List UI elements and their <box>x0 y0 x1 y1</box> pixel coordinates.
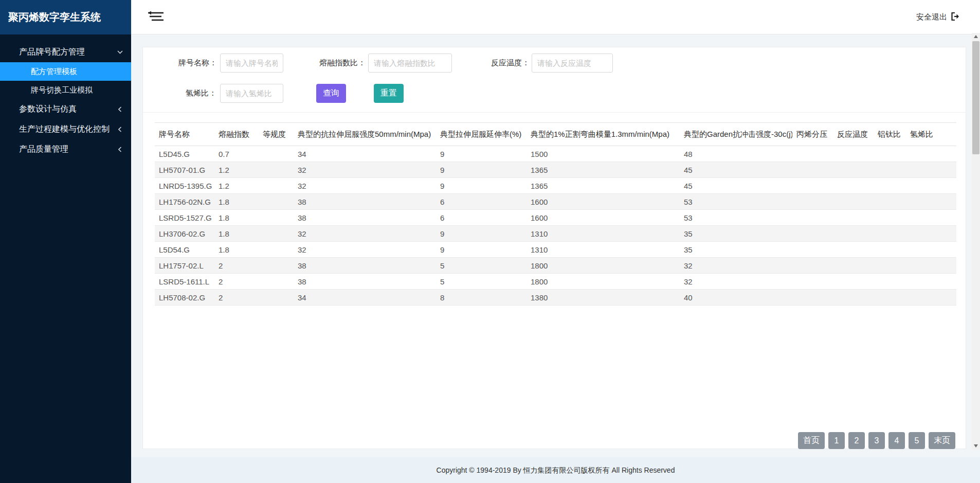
table-cell: 5 <box>436 258 527 274</box>
scroll-up-button[interactable] <box>972 33 980 40</box>
table-cell <box>792 226 833 242</box>
table-cell: 1.2 <box>214 162 259 178</box>
col-al-ti-ratio: 铝钛比 <box>874 123 906 146</box>
table-cell <box>259 290 294 306</box>
table-row[interactable]: LH1757-02.L 2 38 5 1800 32 <box>155 258 956 274</box>
table-cell: LH1757-02.L <box>155 258 214 274</box>
table-cell: 1500 <box>527 146 680 162</box>
table-cell: 45 <box>680 178 792 194</box>
field-grade-name: 牌号名称： <box>164 53 283 73</box>
table-cell: 38 <box>294 258 436 274</box>
table-cell: 45 <box>680 162 792 178</box>
table-row[interactable]: LH3706-02.G 1.8 32 9 1310 35 <box>155 226 956 242</box>
scroll-down-button[interactable] <box>972 442 980 450</box>
table-cell <box>906 162 956 178</box>
page-number-button[interactable]: 3 <box>868 432 885 449</box>
logout-button[interactable]: 安全退出 <box>916 12 959 22</box>
table-cell <box>874 210 906 226</box>
collapse-sidebar-button[interactable] <box>147 10 165 24</box>
page-number-button[interactable]: 1 <box>828 432 845 449</box>
col-garden-impact-strength: 典型的Garden抗冲击强度-30c(j) <box>680 123 792 146</box>
col-isotacticity: 等规度 <box>259 123 294 146</box>
reaction-temperature-input[interactable] <box>532 53 613 73</box>
table-cell: 6 <box>436 210 527 226</box>
table-cell <box>259 242 294 258</box>
table-cell <box>792 274 833 290</box>
main-content: 牌号名称： 熔融指数比： 反应温度： 氢烯比： 查询 重置 <box>131 34 980 457</box>
table-cell: 32 <box>294 226 436 242</box>
table-cell: 9 <box>436 242 527 258</box>
table-cell: 9 <box>436 178 527 194</box>
table-cell <box>259 146 294 162</box>
sidebar: 聚丙烯数字孪生系统 产品牌号配方管理 配方管理模板 牌号切换工业模拟 参数设计与… <box>0 0 131 483</box>
col-hydrogen-olefin-ratio: 氢烯比 <box>906 123 956 146</box>
query-button[interactable]: 查询 <box>316 84 346 103</box>
table-cell: 2 <box>214 290 259 306</box>
chevron-down-icon <box>117 49 123 56</box>
page-number-button[interactable]: 5 <box>909 432 925 449</box>
table-row[interactable]: LSRD5-1527.G 1.8 38 6 1600 53 <box>155 210 956 226</box>
table-cell: 1365 <box>527 162 680 178</box>
table-row[interactable]: LNRD5-1395.G 1.2 32 9 1365 45 <box>155 178 956 194</box>
hydrogen-olefin-ratio-input[interactable] <box>220 84 283 103</box>
sidebar-item-product-recipe-mgmt[interactable]: 产品牌号配方管理 <box>0 42 131 62</box>
col-reaction-temperature: 反应温度 <box>833 123 874 146</box>
search-form: 牌号名称： 熔融指数比： 反应温度： 氢烯比： 查询 重置 <box>143 47 966 113</box>
table-cell: 9 <box>436 162 527 178</box>
sidebar-item-label: 参数设计与仿真 <box>19 104 77 115</box>
table-cell: 32 <box>680 258 792 274</box>
sidebar-item-parameter-design[interactable]: 参数设计与仿真 <box>0 99 131 119</box>
topbar: 安全退出 <box>131 0 980 34</box>
table-cell <box>792 210 833 226</box>
sidebar-item-product-quality-mgmt[interactable]: 产品质量管理 <box>0 139 131 159</box>
melt-index-ratio-input[interactable] <box>368 53 452 73</box>
table-row[interactable]: LH1756-02N.G 1.8 38 6 1600 53 <box>155 194 956 210</box>
table-cell <box>792 258 833 274</box>
page-number-button[interactable]: 2 <box>848 432 865 449</box>
table-cell <box>874 194 906 210</box>
last-page-button[interactable]: 末页 <box>929 432 955 449</box>
page-number-button[interactable]: 4 <box>888 432 905 449</box>
grade-name-input[interactable] <box>220 53 283 73</box>
table-row[interactable]: L5D54.G 1.8 32 9 1310 35 <box>155 242 956 258</box>
table-cell <box>874 290 906 306</box>
table-cell: 38 <box>294 210 436 226</box>
sidebar-item-process-modeling-control[interactable]: 生产过程建模与优化控制 <box>0 119 131 139</box>
table-cell <box>906 194 956 210</box>
table-row[interactable]: LH5707-01.G 1.2 32 9 1365 45 <box>155 162 956 178</box>
scrollbar-thumb[interactable] <box>972 41 979 154</box>
table-cell <box>833 258 874 274</box>
table-cell: 1310 <box>527 242 680 258</box>
table-cell: 32 <box>294 162 436 178</box>
table-cell: 40 <box>680 290 792 306</box>
table-cell: 1800 <box>527 258 680 274</box>
footer: Copyright © 1994-2019 By 恒力集团有限公司版权所有 Al… <box>131 457 980 483</box>
table-cell: 32 <box>294 178 436 194</box>
table-cell: L5D45.G <box>155 146 214 162</box>
table-cell: 9 <box>436 146 527 162</box>
table-cell: LSRD5-1527.G <box>155 210 214 226</box>
hydrogen-olefin-ratio-label: 氢烯比： <box>164 88 216 98</box>
logout-icon <box>951 12 959 22</box>
table-cell <box>259 226 294 242</box>
chevron-left-icon <box>117 147 123 153</box>
reset-button[interactable]: 重置 <box>374 84 404 103</box>
table-row[interactable]: LSRD5-1611.L 2 38 5 1800 32 <box>155 274 956 290</box>
table-cell: 38 <box>294 194 436 210</box>
table-row[interactable]: LH5708-02.G 2 34 8 1380 40 <box>155 290 956 306</box>
table-row[interactable]: L5D45.G 0.7 34 9 1500 48 <box>155 146 956 162</box>
table-cell <box>874 226 906 242</box>
table-body: L5D45.G 0.7 34 9 1500 48 LH5707- <box>155 146 956 306</box>
table-cell <box>906 274 956 290</box>
page-number-list: 12345 <box>828 432 925 449</box>
sidebar-item-recipe-template[interactable]: 配方管理模板 <box>0 62 131 81</box>
sidebar-item-grade-switch-simulation[interactable]: 牌号切换工业模拟 <box>0 81 131 99</box>
field-hydrogen-olefin-ratio: 氢烯比： <box>164 84 283 103</box>
table-cell <box>833 210 874 226</box>
table-cell: 1600 <box>527 194 680 210</box>
table-cell <box>792 178 833 194</box>
table-cell <box>874 146 906 162</box>
col-grade-name: 牌号名称 <box>155 123 214 146</box>
table-cell: 1.2 <box>214 178 259 194</box>
first-page-button[interactable]: 首页 <box>798 432 825 449</box>
